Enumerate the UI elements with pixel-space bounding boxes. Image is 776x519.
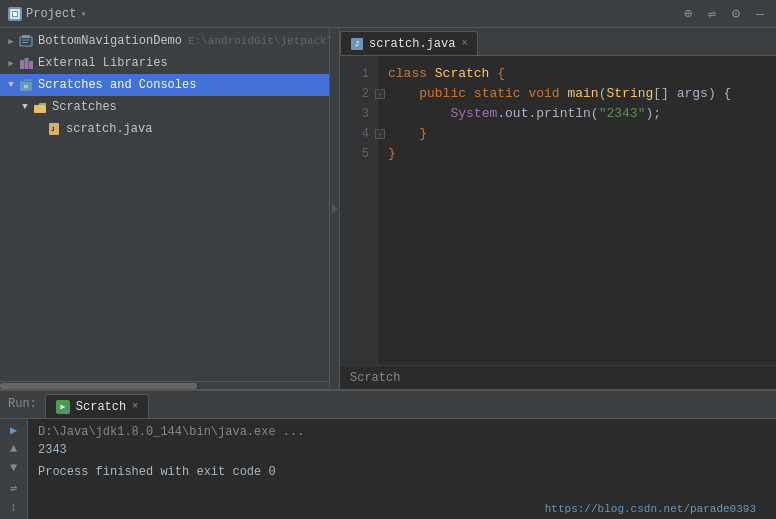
bottom-tab-close[interactable]: × [132,401,138,412]
bottom-toolbar: ▶ ▲ ▼ ⇌ ↕ [0,419,28,519]
kw-class: class [388,64,435,84]
editor-tab-bar: J scratch.java × [340,28,776,56]
module-icon [18,33,34,49]
bottom-content: ▶ ▲ ▼ ⇌ ↕ D:\Java\jdk1.8.0_144\bin\java.… [0,419,776,519]
code-line-1: class Scratch { [388,64,766,84]
sidebar-tree: ▶ BottomNavigationDemo E:\androidGit\jet… [0,28,329,381]
svg-text:J: J [51,126,55,133]
console-path: D:\Java\jdk1.8.0_144\bin\java.exe ... [38,423,766,441]
title-bar: Project ▾ ⊕ ⇌ ⚙ — [0,0,776,28]
action-settings[interactable]: ⚙ [728,5,744,22]
breadcrumb-text: Scratch [350,371,400,385]
tree-arrow-scratches: ▼ [4,80,18,90]
bottom-panel: Run: ▶ Scratch × ▶ ▲ ▼ ⇌ ↕ D:\Java\jdk1.… [0,389,776,519]
sidebar-item-external-libs[interactable]: ▶ External Libraries [0,52,329,74]
svg-rect-1 [13,12,17,16]
svg-rect-12 [34,105,46,113]
string-type: String [606,84,653,104]
fold-icon-4[interactable]: - [375,129,385,139]
scratch-folder-icon [18,77,34,93]
scratches-folder-label: Scratches [52,100,117,114]
project-icon [8,7,22,21]
code-line-3: System.out.println("2343"); [388,104,766,124]
action-minimize[interactable]: — [752,6,768,22]
tab-close-button[interactable]: × [461,38,467,49]
kw-void: void [528,84,567,104]
bottom-tab-name: Scratch [76,400,126,414]
scroll-down-button[interactable]: ▼ [4,461,24,476]
close-brace-2: } [388,144,396,164]
lib-icon [18,55,34,71]
sidebar-item-scratches-folder[interactable]: ▼ Scratches [0,96,329,118]
breadcrumb-bar: Scratch [340,365,776,389]
wrap-button[interactable]: ⇌ [4,481,24,496]
title-bar-left: Project ▾ [8,7,674,21]
open-brace-1: { [497,64,505,84]
line-numbers: 1 2 - 3 4 - 5 [340,56,378,365]
code-line-4: } [388,124,766,144]
kw-static: static [474,84,529,104]
svg-rect-6 [20,60,24,69]
tab-java-icon: J [351,38,363,50]
tree-arrow-bottom-nav: ▶ [4,36,18,47]
fold-icon-2[interactable]: - [375,89,385,99]
tab-filename: scratch.java [369,37,455,51]
project-label: Project [26,7,76,21]
gutter-collapse-arrow[interactable] [332,204,338,214]
project-chevron[interactable]: ▾ [80,8,86,20]
run-label: Run: [0,390,45,418]
tree-arrow-ext-libs: ▶ [4,58,18,69]
scratch-java-label: scratch.java [66,122,152,136]
kw-public: public [419,84,474,104]
svg-rect-3 [22,35,30,38]
line-num-2: 2 - [340,84,377,104]
svg-rect-8 [29,61,33,69]
left-gutter[interactable] [330,28,340,389]
main-content: ▶ BottomNavigationDemo E:\androidGit\jet… [0,28,776,389]
scratches-consoles-label: Scratches and Consoles [38,78,196,92]
editor-content: 1 2 - 3 4 - 5 cla [340,56,776,365]
bottom-right-panel: D:\Java\jdk1.8.0_144\bin\java.exe ... 23… [28,419,776,519]
run-button[interactable]: ▶ [4,423,24,438]
filter-button[interactable]: ↕ [4,500,24,515]
line-num-1: 1 [340,64,377,84]
external-link[interactable]: https://blog.csdn.net/parade0393 [535,503,766,515]
code-line-2: public static void main(String[] args) { [388,84,766,104]
code-line-5: } [388,144,766,164]
bottom-tab-bar: Run: ▶ Scratch × [0,391,776,419]
line-num-4: 4 - [340,124,377,144]
sidebar-item-bottom-nav[interactable]: ▶ BottomNavigationDemo E:\androidGit\jet… [0,30,329,52]
sidebar-horizontal-scrollbar[interactable] [0,381,329,389]
run-tab-icon: ▶ [56,400,70,414]
line-num-5: 5 [340,144,377,164]
folder-icon [32,99,48,115]
action-sync[interactable]: ⇌ [704,5,720,22]
sys-class: System [450,104,497,124]
scroll-up-button[interactable]: ▲ [4,442,24,457]
bottom-nav-path: E:\androidGit\jetpack\B... [188,35,329,47]
console-output: D:\Java\jdk1.8.0_144\bin\java.exe ... 23… [28,419,776,501]
punct-2: [] args) { [653,84,731,104]
sidebar-item-scratches-consoles[interactable]: ▼ Scratches and Consoles [0,74,329,96]
bottom-tab-scratch[interactable]: ▶ Scratch × [45,394,149,418]
console-result: Process finished with exit code 0 [38,465,276,479]
sidebar: ▶ BottomNavigationDemo E:\androidGit\jet… [0,28,330,389]
console-output-text: 2343 [38,441,766,459]
close-brace-1: } [419,124,427,144]
code-editor[interactable]: class Scratch { public static void main(… [378,56,776,365]
action-new[interactable]: ⊕ [680,5,696,22]
string-2343: "2343" [599,104,646,124]
ext-libs-label: External Libraries [38,56,168,70]
sys-out-println: .out.println( [497,104,598,124]
class-name: Scratch [435,64,497,84]
title-bar-actions: ⊕ ⇌ ⚙ — [680,5,768,22]
java-file-icon: J [46,121,62,137]
svg-rect-2 [20,37,32,46]
punct-1: ( [599,84,607,104]
scrollbar-thumb [0,383,197,389]
editor-tab-scratch-java[interactable]: J scratch.java × [340,31,478,55]
sidebar-item-scratch-java[interactable]: J scratch.java [0,118,329,140]
punct-3: ); [645,104,661,124]
bottom-nav-label: BottomNavigationDemo [38,34,182,48]
editor-area: J scratch.java × 1 2 - 3 4 - [340,28,776,389]
